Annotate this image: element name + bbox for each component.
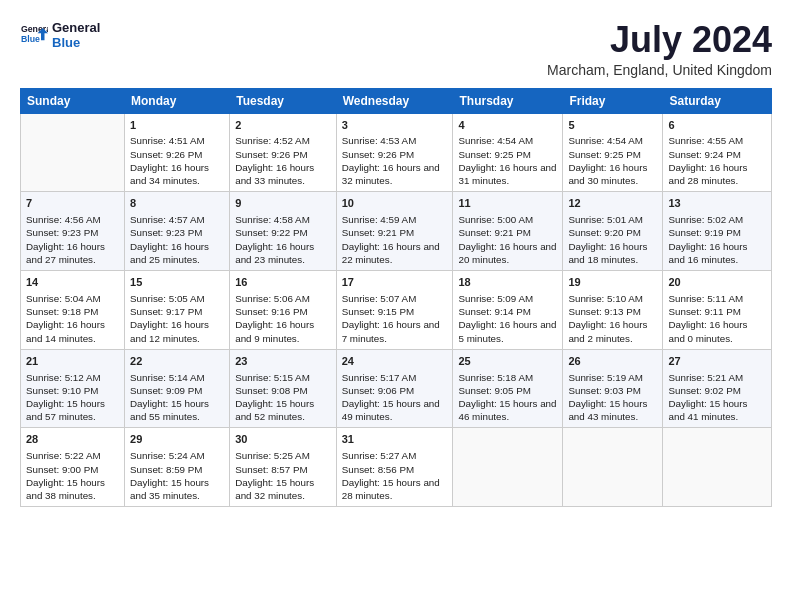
logo: General Blue General Blue: [20, 20, 100, 50]
logo-blue-text: Blue: [52, 35, 100, 50]
calendar-cell: 4Sunrise: 4:54 AMSunset: 9:25 PMDaylight…: [453, 113, 563, 192]
column-header-tuesday: Tuesday: [230, 88, 337, 113]
cell-info: Sunrise: 5:25 AMSunset: 8:57 PMDaylight:…: [235, 449, 331, 502]
day-number: 24: [342, 354, 448, 369]
day-number: 3: [342, 118, 448, 133]
cell-info: Sunrise: 5:21 AMSunset: 9:02 PMDaylight:…: [668, 371, 766, 424]
calendar-cell: 6Sunrise: 4:55 AMSunset: 9:24 PMDaylight…: [663, 113, 772, 192]
logo-general-text: General: [52, 20, 100, 35]
calendar-cell: 12Sunrise: 5:01 AMSunset: 9:20 PMDayligh…: [563, 192, 663, 271]
day-number: 2: [235, 118, 331, 133]
cell-info: Sunrise: 5:12 AMSunset: 9:10 PMDaylight:…: [26, 371, 119, 424]
calendar-cell: 26Sunrise: 5:19 AMSunset: 9:03 PMDayligh…: [563, 349, 663, 428]
column-header-sunday: Sunday: [21, 88, 125, 113]
day-number: 8: [130, 196, 224, 211]
day-number: 13: [668, 196, 766, 211]
day-number: 27: [668, 354, 766, 369]
cell-info: Sunrise: 5:18 AMSunset: 9:05 PMDaylight:…: [458, 371, 557, 424]
calendar-cell: 13Sunrise: 5:02 AMSunset: 9:19 PMDayligh…: [663, 192, 772, 271]
calendar-cell: 27Sunrise: 5:21 AMSunset: 9:02 PMDayligh…: [663, 349, 772, 428]
cell-info: Sunrise: 4:54 AMSunset: 9:25 PMDaylight:…: [458, 134, 557, 187]
calendar-cell: 5Sunrise: 4:54 AMSunset: 9:25 PMDaylight…: [563, 113, 663, 192]
calendar-cell: 9Sunrise: 4:58 AMSunset: 9:22 PMDaylight…: [230, 192, 337, 271]
day-number: 7: [26, 196, 119, 211]
day-number: 23: [235, 354, 331, 369]
day-number: 4: [458, 118, 557, 133]
column-header-wednesday: Wednesday: [336, 88, 453, 113]
calendar-cell: 19Sunrise: 5:10 AMSunset: 9:13 PMDayligh…: [563, 271, 663, 350]
cell-info: Sunrise: 5:02 AMSunset: 9:19 PMDaylight:…: [668, 213, 766, 266]
day-number: 26: [568, 354, 657, 369]
calendar-cell: 10Sunrise: 4:59 AMSunset: 9:21 PMDayligh…: [336, 192, 453, 271]
calendar-cell: 25Sunrise: 5:18 AMSunset: 9:05 PMDayligh…: [453, 349, 563, 428]
calendar-cell: 17Sunrise: 5:07 AMSunset: 9:15 PMDayligh…: [336, 271, 453, 350]
day-number: 19: [568, 275, 657, 290]
cell-info: Sunrise: 5:27 AMSunset: 8:56 PMDaylight:…: [342, 449, 448, 502]
cell-info: Sunrise: 5:00 AMSunset: 9:21 PMDaylight:…: [458, 213, 557, 266]
calendar-cell: 21Sunrise: 5:12 AMSunset: 9:10 PMDayligh…: [21, 349, 125, 428]
calendar-cell: [563, 428, 663, 507]
calendar-cell: 20Sunrise: 5:11 AMSunset: 9:11 PMDayligh…: [663, 271, 772, 350]
cell-info: Sunrise: 4:55 AMSunset: 9:24 PMDaylight:…: [668, 134, 766, 187]
day-number: 10: [342, 196, 448, 211]
svg-text:Blue: Blue: [21, 34, 40, 44]
week-row-4: 21Sunrise: 5:12 AMSunset: 9:10 PMDayligh…: [21, 349, 772, 428]
calendar-cell: 29Sunrise: 5:24 AMSunset: 8:59 PMDayligh…: [125, 428, 230, 507]
day-number: 29: [130, 432, 224, 447]
day-number: 1: [130, 118, 224, 133]
cell-info: Sunrise: 4:51 AMSunset: 9:26 PMDaylight:…: [130, 134, 224, 187]
day-number: 9: [235, 196, 331, 211]
cell-info: Sunrise: 4:54 AMSunset: 9:25 PMDaylight:…: [568, 134, 657, 187]
calendar-cell: [663, 428, 772, 507]
calendar-cell: 7Sunrise: 4:56 AMSunset: 9:23 PMDaylight…: [21, 192, 125, 271]
week-row-5: 28Sunrise: 5:22 AMSunset: 9:00 PMDayligh…: [21, 428, 772, 507]
calendar-cell: 11Sunrise: 5:00 AMSunset: 9:21 PMDayligh…: [453, 192, 563, 271]
cell-info: Sunrise: 5:22 AMSunset: 9:00 PMDaylight:…: [26, 449, 119, 502]
column-header-monday: Monday: [125, 88, 230, 113]
day-number: 6: [668, 118, 766, 133]
month-title: July 2024: [547, 20, 772, 60]
day-number: 17: [342, 275, 448, 290]
day-number: 16: [235, 275, 331, 290]
calendar-cell: 2Sunrise: 4:52 AMSunset: 9:26 PMDaylight…: [230, 113, 337, 192]
cell-info: Sunrise: 4:58 AMSunset: 9:22 PMDaylight:…: [235, 213, 331, 266]
calendar-cell: 24Sunrise: 5:17 AMSunset: 9:06 PMDayligh…: [336, 349, 453, 428]
cell-info: Sunrise: 5:01 AMSunset: 9:20 PMDaylight:…: [568, 213, 657, 266]
day-number: 30: [235, 432, 331, 447]
calendar-cell: 28Sunrise: 5:22 AMSunset: 9:00 PMDayligh…: [21, 428, 125, 507]
column-header-friday: Friday: [563, 88, 663, 113]
cell-info: Sunrise: 5:04 AMSunset: 9:18 PMDaylight:…: [26, 292, 119, 345]
calendar-table: SundayMondayTuesdayWednesdayThursdayFrid…: [20, 88, 772, 508]
day-number: 18: [458, 275, 557, 290]
header-row: SundayMondayTuesdayWednesdayThursdayFrid…: [21, 88, 772, 113]
cell-info: Sunrise: 5:24 AMSunset: 8:59 PMDaylight:…: [130, 449, 224, 502]
day-number: 25: [458, 354, 557, 369]
calendar-cell: 30Sunrise: 5:25 AMSunset: 8:57 PMDayligh…: [230, 428, 337, 507]
calendar-cell: [21, 113, 125, 192]
day-number: 12: [568, 196, 657, 211]
day-number: 11: [458, 196, 557, 211]
column-header-thursday: Thursday: [453, 88, 563, 113]
day-number: 20: [668, 275, 766, 290]
day-number: 22: [130, 354, 224, 369]
title-block: July 2024 Marcham, England, United Kingd…: [547, 20, 772, 78]
calendar-cell: 23Sunrise: 5:15 AMSunset: 9:08 PMDayligh…: [230, 349, 337, 428]
calendar-cell: [453, 428, 563, 507]
calendar-cell: 14Sunrise: 5:04 AMSunset: 9:18 PMDayligh…: [21, 271, 125, 350]
day-number: 14: [26, 275, 119, 290]
calendar-cell: 1Sunrise: 4:51 AMSunset: 9:26 PMDaylight…: [125, 113, 230, 192]
calendar-cell: 16Sunrise: 5:06 AMSunset: 9:16 PMDayligh…: [230, 271, 337, 350]
page-header: General Blue General Blue July 2024 Marc…: [20, 20, 772, 78]
column-header-saturday: Saturday: [663, 88, 772, 113]
logo-icon: General Blue: [20, 21, 48, 49]
day-number: 31: [342, 432, 448, 447]
cell-info: Sunrise: 5:07 AMSunset: 9:15 PMDaylight:…: [342, 292, 448, 345]
cell-info: Sunrise: 4:53 AMSunset: 9:26 PMDaylight:…: [342, 134, 448, 187]
calendar-cell: 3Sunrise: 4:53 AMSunset: 9:26 PMDaylight…: [336, 113, 453, 192]
day-number: 21: [26, 354, 119, 369]
calendar-cell: 8Sunrise: 4:57 AMSunset: 9:23 PMDaylight…: [125, 192, 230, 271]
cell-info: Sunrise: 4:59 AMSunset: 9:21 PMDaylight:…: [342, 213, 448, 266]
cell-info: Sunrise: 5:10 AMSunset: 9:13 PMDaylight:…: [568, 292, 657, 345]
cell-info: Sunrise: 5:19 AMSunset: 9:03 PMDaylight:…: [568, 371, 657, 424]
cell-info: Sunrise: 5:11 AMSunset: 9:11 PMDaylight:…: [668, 292, 766, 345]
